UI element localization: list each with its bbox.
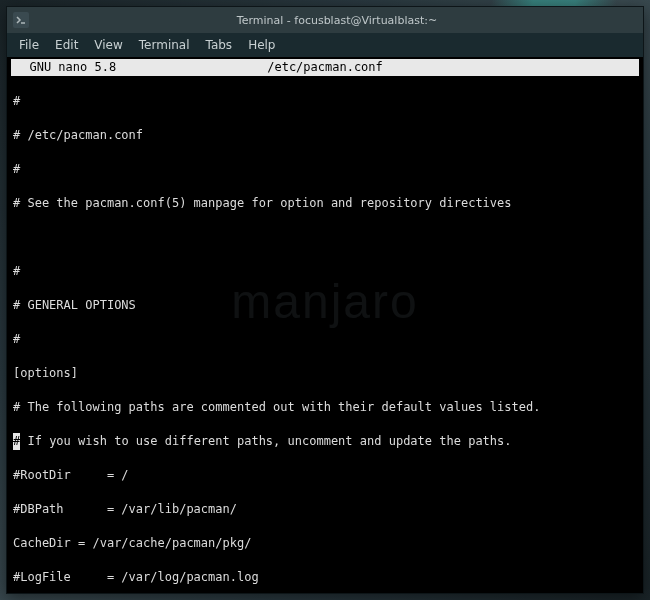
menu-terminal[interactable]: Terminal — [139, 38, 190, 52]
file-line: # /etc/pacman.conf — [13, 127, 637, 144]
file-line: # — [13, 331, 637, 348]
nano-version: GNU nano 5.8 — [15, 59, 116, 76]
menu-file[interactable]: File — [19, 38, 39, 52]
window-title: Terminal - focusblast@Virtualblast:~ — [37, 14, 637, 27]
terminal-window: Terminal - focusblast@Virtualblast:~ Fil… — [6, 6, 644, 594]
file-line: #LogFile = /var/log/pacman.log — [13, 569, 637, 586]
file-line: # If you wish to use different paths, un… — [13, 433, 637, 450]
nano-filename: /etc/pacman.conf — [116, 59, 534, 76]
nano-titlebar: GNU nano 5.8 /etc/pacman.conf — [11, 59, 639, 76]
file-line: # See the pacman.conf(5) manpage for opt… — [13, 195, 637, 212]
window-titlebar[interactable]: Terminal - focusblast@Virtualblast:~ — [7, 7, 643, 33]
menu-help[interactable]: Help — [248, 38, 275, 52]
file-line: # The following paths are commented out … — [13, 399, 637, 416]
file-line: [options] — [13, 365, 637, 382]
file-line: # — [13, 93, 637, 110]
file-line: # — [13, 263, 637, 280]
file-line: #RootDir = / — [13, 467, 637, 484]
file-line — [13, 229, 637, 246]
terminal-app-icon — [13, 12, 29, 28]
file-line: CacheDir = /var/cache/pacman/pkg/ — [13, 535, 637, 552]
menubar: File Edit View Terminal Tabs Help — [7, 33, 643, 57]
menu-tabs[interactable]: Tabs — [206, 38, 233, 52]
menu-view[interactable]: View — [94, 38, 122, 52]
file-content[interactable]: # # /etc/pacman.conf # # See the pacman.… — [11, 76, 639, 593]
menu-edit[interactable]: Edit — [55, 38, 78, 52]
file-line: #DBPath = /var/lib/pacman/ — [13, 501, 637, 518]
file-line: # — [13, 161, 637, 178]
terminal-viewport[interactable]: manjaro GNU nano 5.8 /etc/pacman.conf # … — [7, 57, 643, 593]
file-line: # GENERAL OPTIONS — [13, 297, 637, 314]
